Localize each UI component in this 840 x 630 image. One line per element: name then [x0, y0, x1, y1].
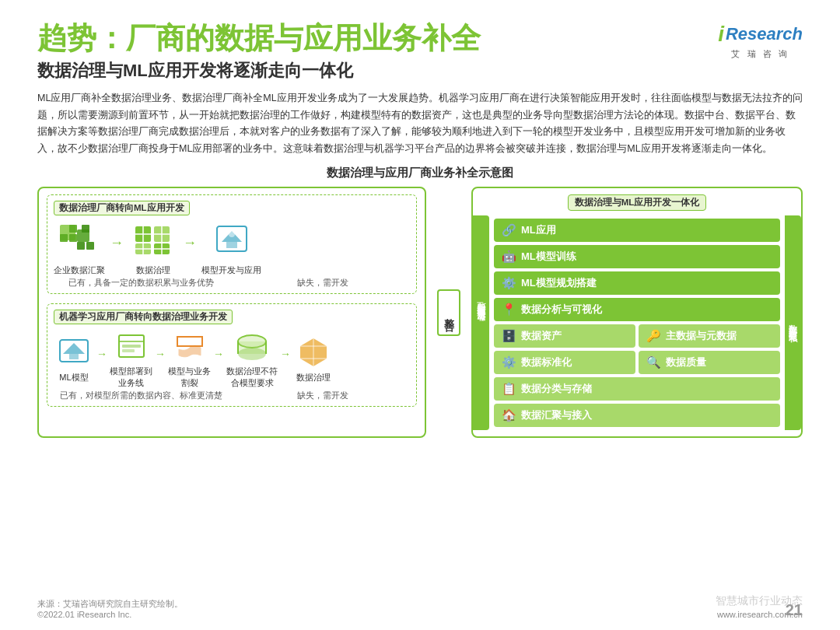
std-icon: ⚙️: [502, 355, 516, 369]
logo-area: i Research 艾 瑞 咨 询: [718, 22, 803, 60]
dataissue-label: 数据治理不符合模型要求: [226, 366, 278, 388]
ingest-icon: 🏠: [502, 408, 516, 422]
logo-i: i: [718, 22, 724, 47]
govern2-icon: [295, 335, 332, 369]
bottom-status-left: 已有，对模型所需的数据内容、标准更清楚: [54, 390, 229, 401]
govern-label: 数据治理: [136, 264, 170, 275]
data-viz-icon: 📍: [502, 303, 516, 317]
logo-box: i Research: [718, 22, 803, 47]
svg-rect-6: [77, 242, 85, 250]
split-label: 模型与业务割裂: [168, 366, 211, 388]
right-side-label: 数据安全与隐私: [785, 215, 801, 430]
header-title: 趋势：厂商的数据与应用业务补全: [37, 22, 803, 56]
ml-train-label: ML模型训练: [521, 250, 576, 264]
footer-source: 来源：艾瑞咨询研究院自主研究绘制。: [37, 598, 183, 610]
svg-rect-26: [69, 354, 79, 359]
gather-icon: [54, 220, 104, 262]
mlmodel-icon: [55, 335, 93, 369]
top-status-left: 已有，具备一定的数据积累与业务优势: [54, 277, 229, 289]
ml-app-label: ML应用: [521, 223, 556, 237]
std-label: 数据标准化: [521, 355, 572, 369]
flow-box-govern: 数据治理: [128, 220, 178, 275]
footer-left: 来源：艾瑞咨询研究院自主研究绘制。 ©2022.01 iResearch Inc…: [37, 598, 183, 619]
flow-box-govern2: 数据治理: [293, 335, 334, 383]
flow-box-split: 模型与业务割裂: [168, 329, 211, 388]
data-asset-label: 数据资产: [521, 329, 562, 343]
top-flow-row: 企业数据汇聚 →: [54, 220, 410, 275]
classify-icon: 📋: [502, 382, 516, 396]
svg-point-34: [238, 348, 266, 360]
svg-rect-5: [82, 225, 89, 233]
body-text: ML应用厂商补全数据治理业务、数据治理厂商补全ML应用开发业务成为了一大发展趋势…: [37, 90, 803, 159]
data-asset-icon: 🗄️: [502, 329, 516, 343]
logo-research: Research: [726, 24, 803, 44]
top-section-title: 数据治理厂商转向ML应用开发: [54, 201, 190, 215]
flow-box-dataissue: 数据治理不符合模型要求: [226, 329, 278, 388]
flow-box-gather: 企业数据汇聚: [54, 220, 105, 275]
right-panel-inner: 数据生命周期管理 🔗 ML应用 🤖 ML模型训练 ⚙️: [473, 215, 801, 430]
quality-label: 数据质量: [666, 355, 706, 369]
svg-point-23: [229, 231, 235, 237]
top-status-right: 缺失，需开发: [235, 277, 410, 289]
ml-plan-label: ML模型规划搭建: [521, 276, 597, 290]
right-item-ml-plan: ⚙️ ML模型规划搭建: [494, 271, 780, 295]
master-data-icon: 🔑: [646, 329, 661, 343]
arrow4: →: [155, 348, 166, 360]
right-item-std: ⚙️ 数据标准化: [494, 351, 635, 374]
deploy-icon: [113, 329, 150, 363]
right-two-col-1: 🗄️ 数据资产 🔑 主数据与元数据: [494, 324, 780, 348]
ml-train-icon: 🤖: [502, 250, 516, 264]
dataissue-icon: [232, 329, 272, 363]
footer-copyright: ©2022.01 iResearch Inc.: [37, 610, 183, 619]
right-item-quality: 🔍 数据质量: [639, 351, 780, 374]
modeldev-icon: [207, 220, 257, 262]
left-side-label: 数据生命周期管理: [473, 215, 489, 430]
bottom-section-title: 机器学习应用厂商转向数据治理业务开发: [54, 310, 233, 324]
merge-area: 整合: [434, 187, 464, 438]
svg-marker-25: [63, 343, 85, 354]
right-items-col: 🔗 ML应用 🤖 ML模型训练 ⚙️ ML模型规划搭建: [489, 215, 785, 430]
bottom-status-right: 缺失，需开发: [235, 390, 410, 401]
flow-box-modeldev: 模型开发与应用: [201, 220, 261, 275]
footer: 来源：艾瑞咨询研究院自主研究绘制。 ©2022.01 iResearch Inc…: [37, 594, 803, 619]
right-panel-header: 数据治理与ML应用开发一体化: [473, 194, 801, 214]
svg-rect-3: [69, 234, 77, 242]
diagram-title: 数据治理与应用厂商业务补全示意图: [37, 166, 803, 180]
master-data-label: 主数据与元数据: [666, 329, 737, 343]
right-panel: 数据治理与ML应用开发一体化 数据生命周期管理 🔗 ML应用 🤖 ML模型训练: [471, 187, 803, 438]
arrow5: →: [213, 348, 224, 360]
right-item-ml-app: 🔗 ML应用: [494, 219, 780, 242]
split-icon: [171, 329, 208, 363]
right-item-master-data: 🔑 主数据与元数据: [639, 324, 780, 348]
header-subtitle: 数据治理与ML应用开发将逐渐走向一体化: [37, 59, 803, 82]
logo-cn: 艾 瑞 咨 询: [731, 48, 789, 60]
left-panel: 数据治理厂商转向ML应用开发: [37, 187, 426, 438]
svg-rect-30: [122, 349, 135, 352]
arrow6: →: [280, 348, 291, 360]
bottom-status-row: 已有，对模型所需的数据内容、标准更清楚 缺失，需开发: [54, 390, 410, 401]
govern-icon: [128, 220, 178, 262]
arrow2: →: [183, 235, 197, 251]
bottom-sub-section: 机器学习应用厂商转向数据治理业务开发 ML模型 →: [47, 303, 417, 407]
arrow1: →: [110, 235, 124, 251]
flow-box-mlmodel: ML模型: [54, 335, 94, 383]
gather-label: 企业数据汇聚: [54, 264, 105, 275]
quality-icon: 🔍: [646, 355, 661, 369]
bottom-flow-row: ML模型 → 模型部署到业务线: [54, 329, 410, 388]
ml-plan-icon: ⚙️: [502, 276, 516, 290]
data-viz-label: 数据分析与可视化: [521, 303, 602, 317]
top-sub-section: 数据治理厂商转向ML应用开发: [47, 194, 417, 294]
modeldev-label: 模型开发与应用: [201, 264, 261, 275]
ingest-label: 数据汇聚与接入: [521, 408, 592, 422]
right-item-data-asset: 🗄️ 数据资产: [494, 324, 635, 348]
ml-app-icon: 🔗: [502, 223, 516, 237]
right-two-col-2: ⚙️ 数据标准化 🔍 数据质量: [494, 351, 780, 374]
deploy-label: 模型部署到业务线: [110, 366, 152, 388]
top-status-row: 已有，具备一定的数据积累与业务优势 缺失，需开发: [54, 277, 410, 289]
right-item-ml-train: 🤖 ML模型训练: [494, 245, 780, 268]
mlmodel-label: ML模型: [59, 372, 88, 383]
right-item-data-viz: 📍 数据分析与可视化: [494, 298, 780, 321]
govern2-label: 数据治理: [296, 372, 331, 383]
svg-rect-2: [60, 234, 68, 242]
page-container: i Research 艾 瑞 咨 询 趋势：厂商的数据与应用业务补全 数据治理与…: [0, 0, 840, 630]
